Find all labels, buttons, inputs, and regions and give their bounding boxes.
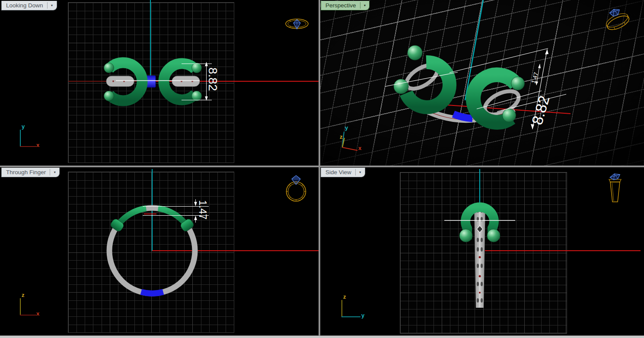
- dimension-label-width[interactable]: 8.82: [206, 67, 220, 91]
- viewport-tab-through-finger[interactable]: Through Finger ▼: [1, 168, 60, 177]
- ring-front-view-orientation-icon: [283, 174, 309, 202]
- axis-label-z: z: [343, 294, 346, 300]
- gizmo-x-axis: [20, 315, 36, 316]
- window-bottom-edge: [0, 335, 644, 338]
- viewport-tab-label[interactable]: Looking Down: [6, 1, 43, 10]
- gizmo-z-axis: [341, 300, 342, 317]
- viewport-tab-label[interactable]: Through Finger: [6, 168, 46, 177]
- viewport-divider-horizontal[interactable]: [0, 166, 644, 167]
- viewport-perspective[interactable]: 1.47 8.82 y z x: [320, 0, 644, 166]
- chevron-down-icon[interactable]: ▼: [360, 1, 370, 10]
- viewport-looking-down[interactable]: 8.82 y x Looking Down ▼: [0, 0, 319, 166]
- dimension-label-gap[interactable]: 1.47: [197, 200, 208, 220]
- chevron-down-icon[interactable]: ▼: [50, 168, 59, 177]
- viewport-tab-perspective[interactable]: Perspective ▼: [321, 1, 370, 10]
- viewport-through-finger[interactable]: 1.47 z x Through Finger: [0, 167, 319, 335]
- cplane-axis-gizmo: y z x: [338, 124, 385, 155]
- axis-label-y: y: [345, 125, 348, 131]
- axis-label-y: y: [361, 312, 364, 318]
- viewport-tab-label[interactable]: Perspective: [325, 1, 356, 10]
- viewport-tab-label[interactable]: Side View: [325, 168, 351, 177]
- blue-sizing-segment[interactable]: [453, 114, 472, 118]
- dimension-label-gap[interactable]: 1.47: [530, 71, 539, 84]
- dimension-label-width[interactable]: 8.82: [528, 94, 552, 127]
- gizmo-y-axis: [341, 316, 360, 317]
- axis-label-x: x: [36, 311, 39, 316]
- viewport-tab-side-view[interactable]: Side View ▼: [321, 168, 365, 177]
- cad-application-window: 8.82 y x Looking Down ▼: [0, 0, 644, 338]
- shank-band[interactable]: [474, 203, 485, 308]
- axis-label-z: z: [340, 134, 343, 140]
- cplane-axis-gizmo: z y: [339, 294, 386, 324]
- axis-label-z: z: [22, 292, 25, 298]
- green-horseshoe-elements[interactable]: [109, 208, 195, 233]
- chevron-down-icon[interactable]: ▼: [356, 168, 365, 177]
- gizmo-z-axis: [20, 298, 21, 316]
- viewport-divider-vertical[interactable]: [319, 0, 320, 335]
- ring-top-view-orientation-icon: [284, 16, 309, 31]
- axis-label-x: x: [36, 142, 39, 148]
- cplane-axis-gizmo: y x: [17, 124, 65, 154]
- ring-perspective-orientation-icon: [603, 7, 632, 34]
- green-horseshoe-elements[interactable]: [394, 45, 525, 122]
- viewport-side-view[interactable]: z y Side View ▼: [320, 167, 644, 335]
- ring-side-view-orientation-icon: [604, 172, 626, 204]
- axis-label-y: y: [22, 124, 25, 129]
- gizmo-y-axis: [20, 130, 21, 147]
- cplane-axis-gizmo: z x: [17, 292, 65, 322]
- chevron-down-icon[interactable]: ▼: [48, 1, 57, 10]
- gizmo-x-axis: [20, 146, 36, 147]
- axis-label-x: x: [358, 145, 361, 151]
- blue-sizing-segment[interactable]: [141, 292, 163, 293]
- viewport-tab-looking-down[interactable]: Looking Down ▼: [1, 1, 57, 10]
